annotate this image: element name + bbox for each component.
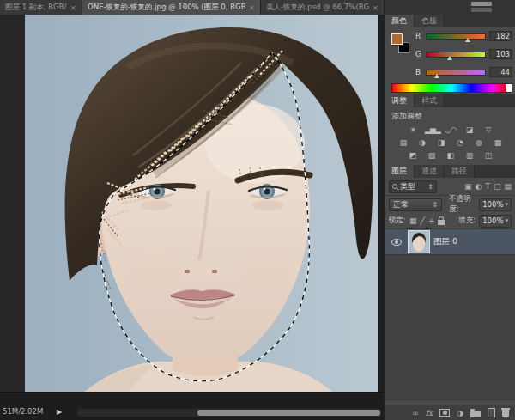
invert-icon[interactable]: ◩ xyxy=(406,150,419,161)
tab-layers[interactable]: 图层 xyxy=(385,165,415,178)
layer-thumbnail[interactable] xyxy=(408,230,430,253)
layer-name[interactable]: 图层 0 xyxy=(433,236,457,247)
gradient-map-icon[interactable]: ▥ xyxy=(463,150,476,161)
color-spectrum-ramp[interactable] xyxy=(391,83,512,93)
layers-panel-tabs: 图层 通道 路径 xyxy=(385,165,515,178)
document-tab-label: 图层 1 副本, RGB/8#) * xyxy=(5,3,67,13)
blue-slider-thumb[interactable] xyxy=(434,74,439,78)
lock-label: 锁定: xyxy=(389,216,406,226)
document-tab-label: ONE-恢复的-恢复的.jpg @ 100% (图层 0, RGB/8#) * xyxy=(88,3,245,13)
document-tabbar: 图层 1 副本, RGB/8#) * × ONE-恢复的-恢复的.jpg @ 1… xyxy=(0,0,384,15)
new-layer-icon[interactable] xyxy=(488,408,495,417)
close-tab-icon[interactable]: × xyxy=(372,3,379,12)
new-group-icon[interactable] xyxy=(470,411,481,417)
document-tab-2-active[interactable]: ONE-恢复的-恢复的.jpg @ 100% (图层 0, RGB/8#) * … xyxy=(82,0,261,15)
channel-label-g: G xyxy=(415,50,422,58)
dock-header xyxy=(385,0,515,15)
spectrum-white-end[interactable] xyxy=(506,84,512,92)
fill-value: 100% xyxy=(482,216,503,225)
posterize-icon[interactable]: ▨ xyxy=(425,150,438,161)
fill-label: 填充: xyxy=(458,216,476,226)
color-panel-tabs: 颜色 色板 xyxy=(385,15,515,27)
vertical-scrollbar[interactable] xyxy=(378,15,384,392)
document-tab-label: 美人-恢复的.psd @ 66.7%(RGB/8) xyxy=(266,3,369,13)
adjustments-panel-tabs: 调整 样式 xyxy=(385,94,515,107)
panel-dock: 颜色 色板 R 182 G 103 B 4 xyxy=(384,0,515,420)
link-layers-icon[interactable]: ∞ xyxy=(412,409,419,417)
color-lookup-icon[interactable]: ▦ xyxy=(491,137,504,148)
green-slider-thumb[interactable] xyxy=(447,56,452,60)
blue-value-field[interactable]: 44 xyxy=(489,67,512,77)
document-size-indicator: 51M/2.02M xyxy=(3,407,43,416)
filter-smart-objects-icon[interactable]: ▤ xyxy=(504,182,512,191)
adjustments-panel: 调整 样式 添加调整 ☀ ▂▅▂ ◡◠ ◪ ▽ ▤ ◑ ◨ ◔ ◍ ▦ ◩ ▨ xyxy=(385,94,515,165)
blue-slider[interactable] xyxy=(426,70,486,76)
hue-saturation-icon[interactable]: ▤ xyxy=(397,137,409,148)
stepper-icon: ↕ xyxy=(432,201,438,209)
add-layer-mask-icon[interactable] xyxy=(439,409,450,417)
document-tab-3[interactable]: 美人-恢复的.psd @ 66.7%(RGB/8) × xyxy=(261,0,384,15)
horizontal-scrollbar-track[interactable] xyxy=(77,409,382,417)
filter-type-layers-icon[interactable]: T xyxy=(485,182,490,191)
green-value-field[interactable]: 103 xyxy=(489,49,512,59)
curves-icon[interactable]: ◡◠ xyxy=(444,125,457,135)
photo-filter-icon[interactable]: ◔ xyxy=(453,137,466,148)
canvas-area[interactable] xyxy=(0,15,384,392)
levels-icon[interactable]: ▂▅▂ xyxy=(425,125,438,135)
photo-portrait-with-selection[interactable] xyxy=(25,15,384,392)
filter-shape-layers-icon[interactable]: ▢ xyxy=(494,182,501,191)
tab-swatches[interactable]: 色板 xyxy=(415,15,445,27)
collapse-panels-button[interactable] xyxy=(471,2,492,6)
channel-mixer-icon[interactable]: ◍ xyxy=(472,137,485,148)
channel-label-b: B xyxy=(415,68,422,76)
fill-field[interactable]: 100% ▾ xyxy=(479,215,512,228)
new-adjustment-layer-icon[interactable]: ◑ xyxy=(457,409,464,417)
color-panel: 颜色 色板 R 182 G 103 B 4 xyxy=(385,15,515,94)
red-slider-thumb[interactable] xyxy=(465,38,470,42)
status-menu-arrow-icon[interactable]: ▶ xyxy=(57,408,62,416)
lock-transparent-pixels-icon[interactable]: ▦ xyxy=(409,216,417,225)
layers-panel: 图层 通道 路径 类型 ↕ ▣ ◐ T ▢ ▤ xyxy=(385,165,515,420)
channel-label-r: R xyxy=(415,32,422,40)
threshold-icon[interactable]: ◧ xyxy=(444,150,457,161)
close-tab-icon[interactable]: × xyxy=(70,3,76,12)
lock-image-pixels-icon[interactable]: ╱ xyxy=(420,216,424,225)
search-icon xyxy=(392,184,397,189)
opacity-label: 不透明度: xyxy=(449,194,476,215)
green-slider[interactable] xyxy=(426,52,486,58)
tab-channels[interactable]: 通道 xyxy=(415,165,445,178)
lock-all-icon[interactable] xyxy=(438,220,445,225)
filter-pixel-layers-icon[interactable]: ▣ xyxy=(464,182,472,191)
black-white-icon[interactable]: ◨ xyxy=(434,137,447,148)
red-value-field[interactable]: 182 xyxy=(489,31,512,41)
close-tab-icon[interactable]: × xyxy=(248,3,255,12)
horizontal-scrollbar-thumb[interactable] xyxy=(197,410,380,416)
color-balance-icon[interactable]: ◑ xyxy=(415,137,428,148)
blend-mode-dropdown[interactable]: 正常 ↕ xyxy=(389,198,442,211)
tab-color[interactable]: 颜色 xyxy=(385,15,415,27)
exposure-icon[interactable]: ◪ xyxy=(463,125,476,135)
lock-position-icon[interactable]: + xyxy=(428,216,435,225)
layer-filter-type-dropdown[interactable]: 类型 ↕ xyxy=(389,180,437,193)
tab-paths[interactable]: 路径 xyxy=(445,165,475,178)
opacity-field[interactable]: 100% ▾ xyxy=(479,198,512,211)
chevron-down-icon: ▾ xyxy=(505,217,508,224)
vibrance-icon[interactable]: ▽ xyxy=(482,125,494,135)
layer-visibility-toggle[interactable] xyxy=(389,229,404,254)
layer-row-selected[interactable]: 图层 0 xyxy=(385,228,515,255)
red-slider[interactable] xyxy=(426,33,486,40)
delete-layer-icon[interactable] xyxy=(502,410,509,417)
add-adjustment-label: 添加调整 xyxy=(385,107,515,122)
tab-adjustments[interactable]: 调整 xyxy=(385,94,415,107)
eye-icon xyxy=(391,239,402,246)
tab-styles[interactable]: 样式 xyxy=(415,94,445,107)
filter-adjustment-layers-icon[interactable]: ◐ xyxy=(476,182,482,191)
layers-empty-area xyxy=(385,255,515,401)
selective-color-icon[interactable]: ◫ xyxy=(482,150,494,161)
photoshop-window: 图层 1 副本, RGB/8#) * × ONE-恢复的-恢复的.jpg @ 1… xyxy=(0,0,515,420)
layer-effects-icon[interactable]: fx xyxy=(426,409,433,417)
brightness-contrast-icon[interactable]: ☀ xyxy=(406,125,419,135)
document-tab-1[interactable]: 图层 1 副本, RGB/8#) * × xyxy=(0,0,82,15)
foreground-color-swatch[interactable] xyxy=(391,33,403,45)
collapse-panels-button[interactable] xyxy=(471,8,492,12)
